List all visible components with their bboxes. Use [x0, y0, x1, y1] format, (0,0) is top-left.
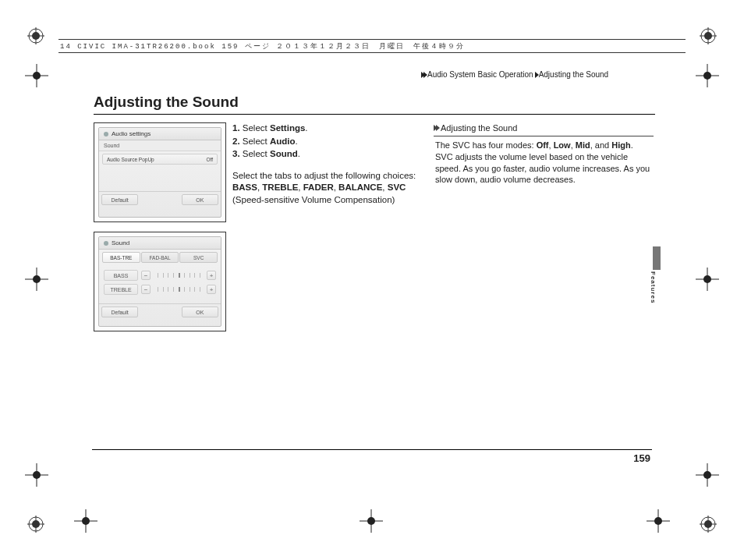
- breadcrumb-page: Adjusting the Sound: [539, 70, 609, 79]
- crop-mark-icon: [25, 268, 48, 291]
- treble-slider[interactable]: [152, 285, 205, 294]
- default-button[interactable]: Default: [101, 307, 138, 317]
- registration-mark-icon: [27, 27, 44, 44]
- crop-mark-icon: [360, 509, 383, 533]
- default-button[interactable]: Default: [101, 194, 138, 205]
- screen-subtitle: Sound: [99, 140, 221, 151]
- step-1: 1. Select Settings.: [232, 122, 427, 135]
- step-list: 1. Select Settings. 2. Select Audio. 3. …: [232, 122, 427, 161]
- treble-label: TREBLE: [104, 284, 138, 295]
- sidebox-text: The SVC has four modes: Off, Low, Mid, a…: [434, 140, 654, 186]
- step-2: 2. Select Audio.: [232, 136, 427, 148]
- chevron-right-icon: [421, 72, 426, 78]
- file-info-strip: 14 CIVIC IMA-31TR26200.book 159 ページ ２０１３…: [58, 39, 686, 53]
- list-item[interactable]: Audio Source PopUp Off: [102, 154, 218, 165]
- screen-title: Audio settings: [99, 128, 221, 140]
- sidebox-heading: Adjusting the Sound: [434, 122, 654, 136]
- minus-button[interactable]: −: [141, 271, 151, 280]
- registration-mark-icon: [27, 516, 44, 533]
- crop-mark-icon: [696, 268, 719, 291]
- registration-mark-icon: [700, 27, 717, 44]
- screen-title: Sound: [99, 237, 221, 250]
- crop-mark-icon: [74, 509, 97, 533]
- breadcrumb: Audio System Basic Operation Adjusting t…: [421, 70, 608, 79]
- section-label: Features: [650, 271, 657, 303]
- plus-button[interactable]: +: [207, 285, 216, 294]
- bass-slider[interactable]: [152, 271, 205, 280]
- crop-mark-icon: [696, 64, 719, 87]
- bass-label: BASS: [104, 270, 138, 281]
- section-tab-marker: [653, 246, 661, 270]
- crop-mark-icon: [25, 463, 48, 487]
- crop-mark-icon: [647, 509, 670, 533]
- breadcrumb-section: Audio System Basic Operation: [427, 70, 533, 79]
- page-number: 159: [633, 452, 650, 464]
- instruction-text: Select the tabs to adjust the following …: [232, 170, 427, 207]
- ok-button[interactable]: OK: [182, 194, 218, 205]
- ok-button[interactable]: OK: [182, 307, 218, 317]
- plus-button[interactable]: +: [207, 271, 216, 280]
- step-3: 3. Select Sound.: [232, 148, 427, 161]
- screenshot-sound: Sound BAS-TRE FAD-BAL SVC BASS −: [94, 232, 226, 331]
- registration-mark-icon: [700, 516, 717, 533]
- crop-mark-icon: [696, 463, 719, 487]
- crop-mark-icon: [25, 64, 48, 87]
- screenshot-audio-settings: Audio settings Sound Audio Source PopUp …: [94, 122, 226, 222]
- tab-fad-bal[interactable]: FAD-BAL: [141, 252, 179, 263]
- tab-bas-tre[interactable]: BAS-TRE: [102, 252, 140, 263]
- page-title: Adjusting the Sound: [94, 94, 655, 115]
- minus-button[interactable]: −: [141, 285, 151, 294]
- page-rule: [92, 449, 652, 450]
- tab-svc[interactable]: SVC: [179, 252, 218, 263]
- chevron-double-right-icon: [434, 125, 438, 131]
